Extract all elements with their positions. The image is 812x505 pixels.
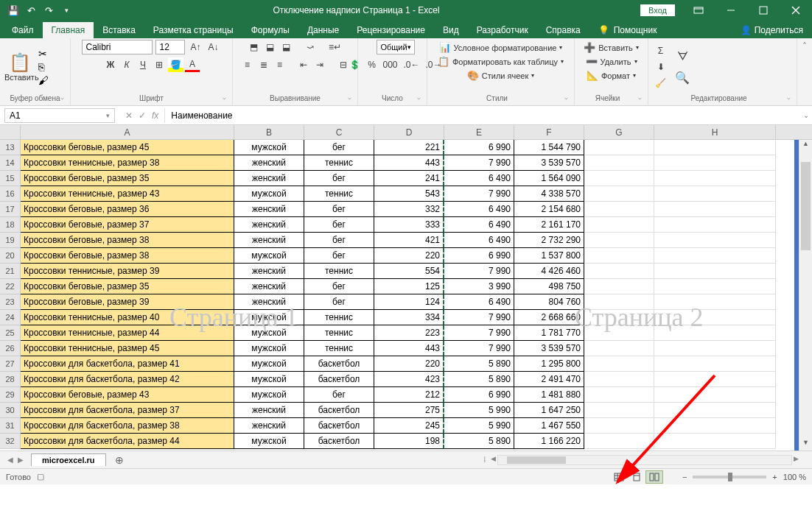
align-left-icon[interactable]: ≡ bbox=[240, 57, 255, 72]
percent-icon[interactable]: % bbox=[364, 57, 379, 72]
row-header[interactable]: 32 bbox=[0, 434, 21, 449]
cell[interactable]: 6 490 bbox=[444, 233, 514, 248]
col-header[interactable]: H bbox=[654, 125, 776, 139]
cell[interactable] bbox=[584, 140, 654, 155]
cell[interactable]: 5 990 bbox=[444, 418, 514, 434]
row-header[interactable]: 16 bbox=[0, 186, 21, 202]
row-header[interactable]: 27 bbox=[0, 356, 21, 372]
cell[interactable]: 125 bbox=[374, 279, 444, 294]
row-header[interactable]: 24 bbox=[0, 310, 21, 325]
align-center-icon[interactable]: ≣ bbox=[256, 57, 271, 72]
row-header[interactable]: 19 bbox=[0, 233, 21, 248]
cell[interactable]: бег bbox=[304, 248, 374, 264]
align-top-icon[interactable]: ⬒ bbox=[247, 40, 262, 54]
row-header[interactable]: 22 bbox=[0, 279, 21, 294]
row-header[interactable]: 13 bbox=[0, 140, 21, 155]
table-row[interactable]: 15Кроссовки беговые, размер 35женскийбег… bbox=[0, 171, 812, 186]
row-header[interactable]: 15 bbox=[0, 171, 21, 186]
cell[interactable] bbox=[654, 171, 776, 186]
scroll-up-icon[interactable]: ▲ bbox=[799, 140, 812, 152]
cell[interactable]: баскетбол bbox=[304, 403, 374, 418]
row-header[interactable]: 20 bbox=[0, 248, 21, 264]
row-header[interactable]: 18 bbox=[0, 217, 21, 233]
cell[interactable]: 1 467 550 bbox=[514, 418, 584, 434]
add-sheet-button[interactable]: ⊕ bbox=[112, 453, 127, 467]
cell[interactable] bbox=[584, 341, 654, 356]
sheet-tab[interactable]: microexcel.ru bbox=[31, 453, 106, 466]
cell[interactable]: мужской bbox=[234, 341, 304, 356]
horizontal-scrollbar[interactable] bbox=[497, 455, 792, 465]
cell[interactable]: 543 bbox=[374, 186, 444, 202]
cell[interactable]: Кроссовки для баскетбола, размер 38 bbox=[21, 418, 234, 434]
close-icon[interactable] bbox=[780, 0, 812, 21]
tab-formulas[interactable]: Формулы bbox=[242, 22, 298, 38]
cell[interactable]: Кроссовки теннисные, размер 40 bbox=[21, 310, 234, 325]
table-row[interactable]: 31Кроссовки для баскетбола, размер 38жен… bbox=[0, 418, 812, 434]
cell[interactable] bbox=[584, 233, 654, 248]
cell[interactable] bbox=[584, 356, 654, 372]
cell[interactable]: Кроссовки беговые, размер 38 bbox=[21, 248, 234, 264]
cell[interactable]: 5 890 bbox=[444, 434, 514, 449]
cell[interactable]: 443 bbox=[374, 341, 444, 356]
scroll-down-icon[interactable]: ▼ bbox=[799, 439, 812, 451]
cell[interactable]: 198 bbox=[374, 434, 444, 449]
number-format-combo[interactable]: Общий▾ bbox=[377, 40, 414, 54]
table-row[interactable]: 24Кроссовки теннисные, размер 40мужскойт… bbox=[0, 310, 812, 325]
sheet-next-icon[interactable]: ▶ bbox=[18, 456, 24, 464]
table-row[interactable]: 25Кроссовки теннисные, размер 44мужскойт… bbox=[0, 325, 812, 341]
align-middle-icon[interactable]: ⬓ bbox=[263, 40, 278, 54]
row-header[interactable]: 21 bbox=[0, 264, 21, 279]
formula-input[interactable]: Наименование bbox=[164, 108, 800, 123]
align-bottom-icon[interactable]: ⬓ bbox=[279, 40, 294, 54]
cell[interactable]: Кроссовки теннисные, размер 43 bbox=[21, 186, 234, 202]
cell[interactable]: 2 154 680 bbox=[514, 202, 584, 217]
cell[interactable]: 223 bbox=[374, 325, 444, 341]
cell[interactable]: 245 bbox=[374, 418, 444, 434]
cell[interactable]: бег bbox=[304, 387, 374, 403]
cell[interactable] bbox=[584, 279, 654, 294]
orientation-icon[interactable]: ⤻ bbox=[303, 40, 318, 54]
table-row[interactable]: 16Кроссовки теннисные, размер 43мужскойт… bbox=[0, 186, 812, 202]
cut-icon[interactable]: ✂ bbox=[38, 48, 49, 60]
cell[interactable]: баскетбол bbox=[304, 356, 374, 372]
delete-cells-button[interactable]: ➖Удалить▾ bbox=[583, 55, 640, 68]
hscroll-right-icon[interactable]: ▶ bbox=[794, 455, 799, 465]
cell[interactable]: бег bbox=[304, 171, 374, 186]
table-row[interactable]: 22Кроссовки беговые, размер 35женскийбег… bbox=[0, 279, 812, 294]
cell[interactable]: 5 890 bbox=[444, 356, 514, 372]
row-header[interactable]: 30 bbox=[0, 403, 21, 418]
cell[interactable]: баскетбол bbox=[304, 434, 374, 449]
cell[interactable]: мужской bbox=[234, 186, 304, 202]
cell[interactable]: 7 990 bbox=[444, 341, 514, 356]
cell[interactable]: 5 990 bbox=[444, 403, 514, 418]
cell[interactable] bbox=[584, 171, 654, 186]
cell[interactable]: 1 544 790 bbox=[514, 140, 584, 155]
bold-button[interactable]: Ж bbox=[103, 57, 118, 72]
table-row[interactable]: 18Кроссовки беговые, размер 37женскийбег… bbox=[0, 217, 812, 233]
grid[interactable]: A B C D E F G H 13Кроссовки беговые, раз… bbox=[0, 125, 812, 451]
cancel-formula-icon[interactable]: ✕ bbox=[125, 110, 133, 121]
increase-indent-icon[interactable]: ⇥ bbox=[312, 57, 327, 72]
cell[interactable]: мужской bbox=[234, 248, 304, 264]
cell[interactable]: бег bbox=[304, 279, 374, 294]
fill-color-button[interactable]: 🪣 bbox=[168, 57, 183, 72]
row-header[interactable]: 29 bbox=[0, 387, 21, 403]
col-header[interactable]: B bbox=[234, 125, 304, 139]
cell[interactable]: мужской bbox=[234, 140, 304, 155]
cell[interactable]: Кроссовки беговые, размер 38 bbox=[21, 233, 234, 248]
cell[interactable] bbox=[654, 264, 776, 279]
cell[interactable]: 2 161 170 bbox=[514, 217, 584, 233]
cell[interactable] bbox=[654, 279, 776, 294]
cell[interactable]: мужской bbox=[234, 434, 304, 449]
cell[interactable]: женский bbox=[234, 294, 304, 310]
cell[interactable] bbox=[654, 155, 776, 171]
format-table-button[interactable]: 📋Форматировать как таблицу▾ bbox=[435, 55, 567, 68]
cell[interactable] bbox=[654, 248, 776, 264]
cell[interactable]: 1 647 250 bbox=[514, 403, 584, 418]
cell[interactable]: 221 bbox=[374, 140, 444, 155]
cell[interactable] bbox=[654, 341, 776, 356]
table-row[interactable]: 32Кроссовки для баскетбола, размер 44муж… bbox=[0, 434, 812, 449]
format-painter-icon[interactable]: 🖌 bbox=[38, 74, 49, 86]
font-color-button[interactable]: A bbox=[185, 57, 200, 72]
table-row[interactable]: 28Кроссовки для баскетбола, размер 42муж… bbox=[0, 372, 812, 387]
